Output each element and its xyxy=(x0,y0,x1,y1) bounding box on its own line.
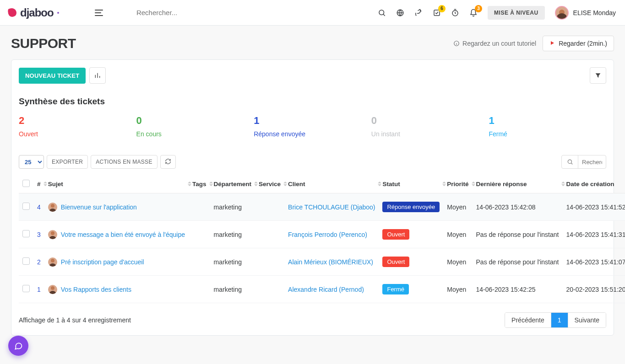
row-id[interactable]: 3 xyxy=(37,231,41,238)
row-id[interactable]: 4 xyxy=(37,203,41,211)
row-client[interactable]: Alexandre Ricard (Pernod) xyxy=(288,286,364,293)
row-created: 14-06-2023 15:41:07 xyxy=(562,248,625,276)
filter-icon xyxy=(594,72,602,79)
col-num[interactable]: # xyxy=(33,175,44,193)
check-square-icon[interactable]: 6 xyxy=(433,9,441,17)
row-department: marketing xyxy=(210,248,255,276)
table-row[interactable]: 4Bienvenue sur l'applicationmarketingBri… xyxy=(19,193,625,221)
row-status-badge: Ouvert xyxy=(382,257,409,267)
refresh-button[interactable] xyxy=(160,155,176,169)
svg-point-0 xyxy=(379,10,384,15)
watch-tutorial-label: Regarder (2min.) xyxy=(559,40,607,47)
row-avatar xyxy=(48,203,57,212)
row-tags xyxy=(189,248,210,276)
table-search xyxy=(561,155,606,169)
row-priority: Moyen xyxy=(443,193,472,221)
upgrade-button[interactable]: MISE À NIVEAU xyxy=(488,6,545,20)
avatar xyxy=(555,6,569,20)
row-checkbox[interactable] xyxy=(22,230,30,237)
stats-button[interactable] xyxy=(89,67,106,84)
row-status-badge: Ouvert xyxy=(382,229,409,240)
page: SUPPORT Regardez un court tutoriel Regar… xyxy=(0,26,625,346)
row-subject[interactable]: Vos Rapports des clients xyxy=(61,286,131,293)
info-icon xyxy=(453,40,460,47)
row-service xyxy=(255,221,284,248)
row-department: marketing xyxy=(210,276,255,303)
page-title: SUPPORT xyxy=(11,36,76,51)
row-subject[interactable]: Bienvenue sur l'application xyxy=(61,203,137,211)
col-subject[interactable]: Sujet xyxy=(44,175,189,193)
row-client[interactable]: Alain Mérieux (BIOMÉRIEUX) xyxy=(288,258,373,266)
row-department: marketing xyxy=(210,221,255,248)
topbar: djaboo 6 3 MISE À NIVEAU ELISE Monda xyxy=(0,0,625,26)
play-icon xyxy=(549,40,555,47)
row-last-reply: Pas de réponse pour l'instant xyxy=(473,248,563,276)
summary-closed[interactable]: 1Fermé xyxy=(489,115,606,138)
col-tags[interactable]: Tags xyxy=(189,175,210,193)
row-service xyxy=(255,193,284,221)
row-last-reply: Pas de réponse pour l'instant xyxy=(473,221,563,248)
row-priority: Moyen xyxy=(443,221,472,248)
col-department[interactable]: Département xyxy=(210,175,255,193)
pagination-next[interactable]: Suivante xyxy=(568,313,606,327)
search-icon[interactable] xyxy=(378,9,386,17)
new-ticket-button[interactable]: NOUVEAU TICKET xyxy=(19,68,86,84)
table-search-input[interactable] xyxy=(578,159,606,166)
col-status[interactable]: Statut xyxy=(379,175,443,193)
table-head: # Sujet Tags Département Service Client … xyxy=(19,175,625,193)
row-priority: Moyen xyxy=(443,248,472,276)
col-service[interactable]: Service xyxy=(255,175,284,193)
col-priority[interactable]: Priorité xyxy=(443,175,472,193)
brand-logo[interactable]: djaboo xyxy=(6,6,59,19)
row-tags xyxy=(189,221,210,248)
global-search-input[interactable] xyxy=(136,8,346,17)
filter-button[interactable] xyxy=(590,67,606,84)
table-row[interactable]: 1Vos Rapports des clientsmarketingAlexan… xyxy=(19,276,625,303)
row-subject[interactable]: Pré inscription page d'accueil xyxy=(61,258,144,266)
globe-icon[interactable] xyxy=(396,9,404,17)
page-actions: Regardez un court tutoriel Regarder (2mi… xyxy=(453,36,614,51)
menu-toggle[interactable] xyxy=(95,8,104,17)
table-row[interactable]: 2Pré inscription page d'accueilmarketing… xyxy=(19,248,625,276)
summary-instant[interactable]: 0Un instant xyxy=(371,115,489,138)
row-tags xyxy=(189,276,210,303)
row-avatar xyxy=(48,285,57,294)
bell-icon[interactable]: 3 xyxy=(469,9,478,17)
row-checkbox[interactable] xyxy=(22,257,30,265)
share-icon[interactable] xyxy=(414,9,423,17)
summary-row: 2Ouvert 0En cours 1Réponse envoyée 0Un i… xyxy=(19,115,606,138)
table-row[interactable]: 3Votre message a bien été envoyé à l'équ… xyxy=(19,221,625,248)
col-last-reply[interactable]: Dernière réponse xyxy=(473,175,563,193)
tickets-card: NOUVEAU TICKET Synthèse des tickets 2Ouv… xyxy=(11,59,614,336)
summary-progress[interactable]: 0En cours xyxy=(136,115,254,138)
brand-name: djaboo xyxy=(20,6,54,19)
row-subject[interactable]: Votre message a bien été envoyé à l'équi… xyxy=(61,231,185,238)
row-status-badge: Fermé xyxy=(382,284,409,294)
user-menu[interactable]: ELISE Monday xyxy=(555,6,616,20)
col-created[interactable]: Date de création xyxy=(562,175,625,193)
select-all-checkbox[interactable] xyxy=(22,180,30,187)
check-badge: 6 xyxy=(438,5,446,12)
refresh-icon xyxy=(165,158,171,165)
summary-open[interactable]: 2Ouvert xyxy=(19,115,136,138)
bulk-actions-button[interactable]: ACTIONS EN MASSE xyxy=(91,155,158,169)
row-avatar xyxy=(48,257,57,267)
row-service xyxy=(255,276,284,303)
watch-tutorial-button[interactable]: Regarder (2min.) xyxy=(543,36,614,51)
page-head: SUPPORT Regardez un court tutoriel Regar… xyxy=(11,36,614,51)
col-client[interactable]: Client xyxy=(284,175,379,193)
page-size-select[interactable]: 25 xyxy=(19,155,44,169)
row-id[interactable]: 2 xyxy=(37,258,41,266)
summary-reply[interactable]: 1Réponse envoyée xyxy=(254,115,371,138)
table-footer: Affichage de 1 à 4 sur 4 enregistrement … xyxy=(19,312,606,328)
row-client[interactable]: Brice TCHOULAGUE (Djaboo) xyxy=(288,203,375,211)
pagination-prev[interactable]: Précédente xyxy=(505,313,551,327)
pagination-page-1[interactable]: 1 xyxy=(551,313,568,327)
row-client[interactable]: François Perrodo (Perenco) xyxy=(288,231,367,238)
export-button[interactable]: EXPORTER xyxy=(47,155,88,169)
timer-icon[interactable] xyxy=(451,9,459,17)
row-checkbox[interactable] xyxy=(22,285,30,292)
row-checkbox[interactable] xyxy=(22,203,30,210)
row-created: 14-06-2023 15:41:52 xyxy=(562,193,625,221)
row-id[interactable]: 1 xyxy=(37,286,41,293)
